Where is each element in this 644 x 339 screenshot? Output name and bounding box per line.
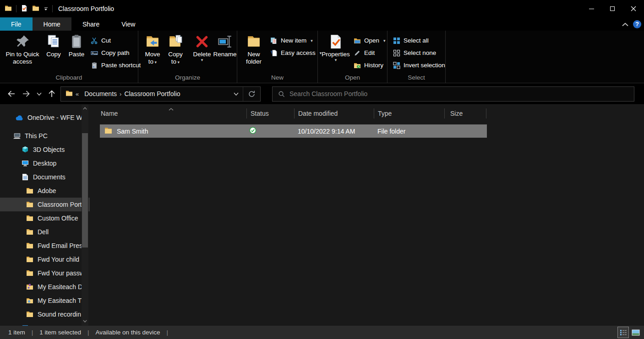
recent-locations-button[interactable] — [34, 87, 44, 101]
details-view-button[interactable] — [617, 327, 629, 338]
large-icons-view-button[interactable] — [630, 327, 641, 338]
back-button[interactable] — [5, 87, 18, 101]
sort-ascending-icon — [169, 105, 174, 112]
scissors-icon — [91, 37, 98, 44]
paste-button[interactable]: Paste — [65, 32, 88, 59]
copy-to-icon — [168, 34, 183, 49]
sidebar-item-desktop[interactable]: Desktop — [0, 156, 90, 170]
sidebar-scrollbar-thumb[interactable] — [82, 133, 88, 248]
breadcrumb-documents[interactable]: Documents — [82, 90, 120, 97]
easy-access-button[interactable]: Easy access — [267, 47, 324, 59]
sidebar-item-3d-objects[interactable]: 3D Objects — [0, 143, 90, 156]
search-icon — [278, 91, 285, 97]
refresh-button[interactable] — [243, 87, 260, 101]
customize-quick-access-caret[interactable] — [44, 7, 48, 11]
sidebar-item-onedrive[interactable]: OneDrive - WFE W — [0, 111, 90, 124]
maximize-button[interactable] — [602, 0, 623, 17]
address-dropdown-button[interactable] — [229, 87, 243, 101]
folder-media-icon — [26, 297, 34, 305]
pin-to-quick-access-button[interactable]: Pin to Quick access — [3, 32, 42, 67]
sidebar-scrollbar[interactable] — [82, 105, 88, 326]
sidebar-item-dell[interactable]: Dell — [0, 225, 90, 239]
copy-button[interactable]: Copy — [42, 32, 65, 59]
folder-icon — [26, 187, 34, 195]
tab-home[interactable]: Home — [33, 17, 71, 31]
new-folder-button[interactable]: New folder — [240, 32, 267, 67]
paste-shortcut-button[interactable]: Paste shortcut — [88, 59, 143, 71]
onedrive-cloud-icon — [16, 114, 24, 122]
column-header-type[interactable]: Type — [374, 108, 444, 118]
tab-view[interactable]: View — [110, 17, 146, 31]
sidebar-item-partial[interactable] — [0, 321, 90, 326]
up-button[interactable] — [45, 87, 59, 101]
sidebar-item-this-pc[interactable]: This PC — [0, 129, 90, 143]
delete-button[interactable]: Delete — [191, 32, 213, 64]
sidebar-item-my-easiteach-t[interactable]: My Easiteach T — [0, 294, 90, 307]
breadcrumb-root-chevrons[interactable]: « — [73, 91, 82, 97]
file-date-modified: 10/10/2022 9:14 AM — [294, 128, 374, 135]
search-input[interactable] — [289, 90, 628, 97]
divider: | — [32, 329, 33, 336]
sidebar-item-fwd-email[interactable]: Fwd Email Pres — [0, 239, 90, 253]
ribbon-group-new: New folder New item Easy access New — [237, 31, 318, 83]
sidebar-item-fwd-your-child[interactable]: Fwd Your child — [0, 253, 90, 266]
quick-access-toolbar — [0, 5, 53, 13]
large-icons-view-icon — [632, 329, 640, 336]
scroll-down-icon[interactable] — [82, 317, 88, 325]
history-button[interactable]: History — [351, 59, 388, 71]
minimize-button[interactable] — [581, 0, 602, 17]
scroll-up-icon[interactable] — [82, 105, 88, 112]
properties-button[interactable]: Properties — [321, 32, 351, 64]
sidebar-item-documents[interactable]: Documents — [0, 170, 90, 184]
divider — [16, 5, 16, 12]
column-header-date-modified[interactable]: Date modified — [294, 108, 374, 118]
select-all-button[interactable]: Select all — [390, 34, 448, 47]
open-button[interactable]: Open — [351, 34, 388, 47]
paste-icon — [69, 34, 84, 49]
new-folder-quick-icon[interactable] — [32, 5, 39, 13]
help-icon[interactable]: ? — [633, 20, 641, 28]
sidebar-item-sound-recordings[interactable]: Sound recordin — [0, 307, 90, 321]
search-box[interactable] — [272, 86, 634, 102]
column-header-name[interactable]: Name — [90, 108, 246, 118]
folder-icon — [26, 256, 34, 264]
rename-icon — [217, 34, 233, 49]
group-label-new: New — [237, 73, 317, 83]
table-row[interactable]: Sam Smith 10/10/2022 9:14 AM File folder — [100, 124, 487, 138]
file-name: Sam Smith — [117, 128, 148, 135]
move-to-button[interactable]: Move to — [141, 32, 164, 67]
rename-button[interactable]: Rename — [213, 32, 236, 59]
tab-share[interactable]: Share — [71, 17, 110, 31]
ribbon: Pin to Quick access Copy Paste Cut — [0, 31, 644, 83]
main-area: OneDrive - WFE W This PC 3D Objects Desk… — [0, 104, 644, 326]
collapse-ribbon-icon[interactable] — [622, 21, 628, 28]
address-bar[interactable]: « Documents › Classroom Portfolio — [60, 86, 261, 102]
chevron-down-icon — [37, 92, 42, 96]
sidebar-item-custom-office[interactable]: Custom Office — [0, 211, 90, 225]
breadcrumb-current-folder[interactable]: Classroom Portfolio — [121, 90, 183, 97]
sidebar-item-fwd-your-passw[interactable]: Fwd Your passw — [0, 266, 90, 280]
copy-to-button[interactable]: Copy to — [164, 32, 187, 67]
column-headers: Name Status Date modified Type Size — [90, 107, 644, 120]
properties-icon — [328, 34, 344, 49]
new-item-button[interactable]: New item — [267, 34, 324, 47]
column-header-size[interactable]: Size — [444, 108, 486, 118]
delete-icon — [194, 34, 210, 49]
tab-file[interactable]: File — [0, 17, 33, 31]
column-header-status[interactable]: Status — [246, 108, 294, 118]
folder-icon — [26, 201, 34, 209]
folder-icon — [26, 242, 34, 250]
close-button[interactable] — [623, 0, 644, 17]
sidebar-item-my-easiteach-d[interactable]: My Easiteach D — [0, 280, 90, 294]
select-none-button[interactable]: Select none — [390, 47, 448, 59]
window-title: Classroom Portfolio — [58, 5, 114, 12]
sidebar-item-classroom-portfolio[interactable]: Classroom Port — [0, 198, 90, 211]
invert-selection-button[interactable]: Invert selection — [390, 59, 448, 71]
cut-button[interactable]: Cut — [88, 34, 143, 47]
copy-path-button[interactable]: Copy path — [88, 47, 143, 59]
properties-quick-icon[interactable] — [21, 5, 28, 13]
group-label-organize: Organize — [138, 73, 237, 83]
edit-button[interactable]: Edit — [351, 47, 388, 59]
sidebar-item-adobe[interactable]: Adobe — [0, 184, 90, 198]
forward-button[interactable] — [19, 87, 33, 101]
